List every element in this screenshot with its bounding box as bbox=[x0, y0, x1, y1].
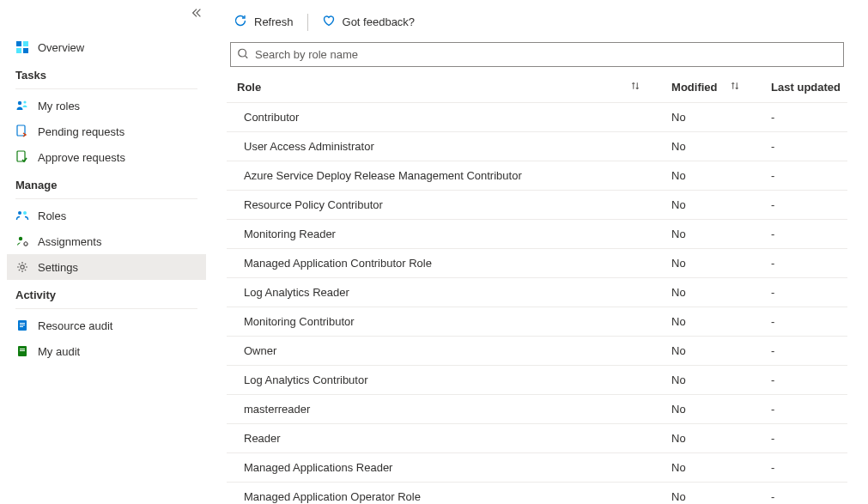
sidebar-item-label: Pending requests bbox=[38, 125, 124, 138]
feedback-button[interactable]: Got feedback? bbox=[319, 10, 419, 33]
cell-role: Reader bbox=[227, 424, 661, 453]
table-row[interactable]: OwnerNo- bbox=[227, 337, 847, 366]
toolbar-divider bbox=[307, 14, 308, 31]
overview-icon bbox=[15, 40, 29, 54]
sidebar-divider bbox=[15, 308, 197, 309]
svg-point-4 bbox=[18, 101, 21, 105]
svg-rect-7 bbox=[17, 151, 25, 161]
person-gear-icon bbox=[15, 234, 29, 248]
cell-modified: No bbox=[661, 424, 761, 453]
cell-modified: No bbox=[661, 249, 761, 278]
cell-modified: No bbox=[661, 366, 761, 395]
svg-rect-1 bbox=[23, 41, 28, 46]
search-wrap bbox=[230, 42, 844, 67]
sidebar-item-label: Approve requests bbox=[38, 151, 125, 164]
sidebar-item-resource-audit[interactable]: Resource audit bbox=[7, 313, 206, 338]
gear-icon bbox=[15, 260, 29, 274]
cell-modified: No bbox=[661, 191, 761, 220]
cell-modified: No bbox=[661, 483, 761, 505]
cell-role: Log Analytics Contributor bbox=[227, 366, 661, 395]
cell-last-updated: - bbox=[761, 337, 847, 366]
search-input[interactable] bbox=[230, 42, 844, 67]
search-icon bbox=[237, 47, 249, 62]
cell-modified: No bbox=[661, 307, 761, 337]
svg-point-5 bbox=[23, 100, 26, 103]
person-roles-icon bbox=[15, 99, 29, 112]
sidebar-item-label: Resource audit bbox=[38, 319, 112, 332]
table-row[interactable]: Log Analytics ReaderNo- bbox=[227, 278, 847, 307]
doc-check-icon bbox=[15, 150, 29, 164]
cell-last-updated: - bbox=[761, 132, 847, 161]
cell-role: Managed Application Operator Role bbox=[227, 483, 661, 505]
sidebar-item-approve-requests[interactable]: Approve requests bbox=[7, 144, 206, 170]
cell-modified: No bbox=[661, 278, 761, 307]
table-row[interactable]: User Access AdministratorNo- bbox=[227, 132, 847, 161]
sidebar-item-my-audit[interactable]: My audit bbox=[7, 338, 206, 364]
heart-icon bbox=[322, 14, 336, 30]
sidebar-item-label: My audit bbox=[38, 345, 80, 358]
svg-rect-15 bbox=[20, 325, 25, 325]
sidebar-item-label: Settings bbox=[38, 261, 78, 274]
cell-role: Managed Application Contributor Role bbox=[227, 249, 661, 278]
column-sort-role[interactable] bbox=[630, 72, 661, 103]
cell-modified: No bbox=[661, 103, 761, 132]
sidebar-item-roles[interactable]: Roles bbox=[7, 203, 206, 228]
table-row[interactable]: Azure Service Deploy Release Management … bbox=[227, 161, 847, 191]
cell-modified: No bbox=[661, 220, 761, 249]
sidebar-item-label: Overview bbox=[38, 41, 84, 54]
table-header-row: Role Modified Last updated bbox=[227, 72, 847, 103]
cell-modified: No bbox=[661, 132, 761, 161]
doc-green-icon bbox=[15, 344, 29, 358]
collapse-sidebar-button[interactable] bbox=[191, 7, 203, 21]
svg-rect-19 bbox=[20, 350, 25, 351]
main-content: Refresh Got feedback? Role Modifie bbox=[213, 0, 868, 504]
chevron-double-left-icon bbox=[191, 7, 203, 19]
table-row[interactable]: Resource Policy ContributorNo- bbox=[227, 191, 847, 220]
svg-rect-2 bbox=[16, 48, 21, 53]
table-row[interactable]: ReaderNo- bbox=[227, 424, 847, 453]
sidebar-item-overview[interactable]: Overview bbox=[7, 34, 206, 60]
svg-rect-14 bbox=[20, 323, 25, 324]
cell-role: Owner bbox=[227, 337, 661, 366]
table-row[interactable]: ContributorNo- bbox=[227, 103, 847, 132]
cell-last-updated: - bbox=[761, 307, 847, 337]
table-row[interactable]: Log Analytics ContributorNo- bbox=[227, 366, 847, 395]
sidebar-item-my-roles[interactable]: My roles bbox=[7, 93, 206, 118]
column-header-role[interactable]: Role bbox=[227, 72, 630, 103]
cell-last-updated: - bbox=[761, 191, 847, 220]
feedback-label: Got feedback? bbox=[343, 15, 416, 28]
cell-role: Monitoring Contributor bbox=[227, 307, 661, 337]
column-header-modified[interactable]: Modified bbox=[661, 72, 730, 103]
doc-arrow-icon bbox=[15, 124, 29, 138]
cell-last-updated: - bbox=[761, 161, 847, 191]
cell-modified: No bbox=[661, 453, 761, 483]
sidebar-item-assignments[interactable]: Assignments bbox=[7, 228, 206, 254]
refresh-button[interactable]: Refresh bbox=[230, 10, 297, 33]
svg-point-11 bbox=[24, 242, 27, 246]
sidebar-item-settings[interactable]: Settings bbox=[7, 254, 206, 280]
column-header-last-updated[interactable]: Last updated bbox=[761, 72, 847, 103]
cell-modified: No bbox=[661, 161, 761, 191]
table-row[interactable]: Monitoring ContributorNo- bbox=[227, 307, 847, 337]
table-row[interactable]: Monitoring ReaderNo- bbox=[227, 220, 847, 249]
cell-last-updated: - bbox=[761, 366, 847, 395]
table-row[interactable]: masterreaderNo- bbox=[227, 395, 847, 424]
sidebar: Overview TasksMy rolesPending requestsAp… bbox=[0, 0, 213, 504]
table-row[interactable]: Managed Application Contributor RoleNo- bbox=[227, 249, 847, 278]
cell-role: Managed Applications Reader bbox=[227, 453, 661, 483]
sidebar-divider bbox=[15, 198, 197, 199]
people-roles-icon bbox=[15, 209, 29, 222]
sidebar-item-label: Assignments bbox=[38, 235, 101, 248]
svg-point-20 bbox=[239, 49, 246, 57]
sidebar-group-label: Tasks bbox=[7, 60, 206, 87]
sidebar-item-pending-requests[interactable]: Pending requests bbox=[7, 118, 206, 144]
sort-icon bbox=[730, 81, 740, 94]
table-row[interactable]: Managed Application Operator RoleNo- bbox=[227, 483, 847, 505]
refresh-label: Refresh bbox=[254, 15, 294, 28]
cell-modified: No bbox=[661, 337, 761, 366]
column-sort-modified[interactable] bbox=[730, 72, 761, 103]
table-row[interactable]: Managed Applications ReaderNo- bbox=[227, 453, 847, 483]
cell-last-updated: - bbox=[761, 278, 847, 307]
cell-last-updated: - bbox=[761, 453, 847, 483]
toolbar: Refresh Got feedback? bbox=[227, 0, 847, 42]
